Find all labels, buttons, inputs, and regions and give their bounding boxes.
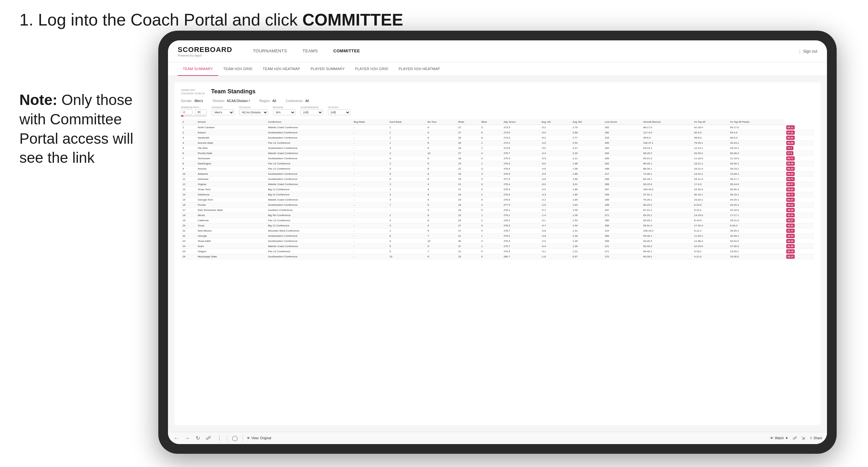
toolbar-reload-btn[interactable]: ↻: [195, 434, 201, 442]
toolbar-icon-2[interactable]: ⇲: [802, 436, 805, 440]
school-name-cell: California: [196, 218, 267, 223]
min-rounds-input-1[interactable]: [181, 110, 192, 115]
low-score-cell: 217: [603, 172, 642, 177]
view-original-button[interactable]: 👁 View: Original: [247, 436, 271, 440]
min-rounds-slider[interactable]: [181, 115, 207, 117]
rank-cell: 23: [181, 239, 196, 244]
avg-rd-cell: 1.39: [571, 244, 603, 249]
top50-cell: 67.9: [785, 151, 814, 156]
toolbar-clock-btn[interactable]: ◯: [231, 434, 239, 442]
school-name-cell: Washington: [196, 161, 267, 166]
school-control: School (All): [328, 106, 350, 115]
conference-cell: Atlantic Coast Conference: [267, 244, 352, 249]
vs25-cell: 44-24-1: [728, 197, 785, 203]
watch-button[interactable]: 👁 Watch ▼: [770, 436, 788, 440]
adj-score-cell: 275.3: [502, 156, 540, 161]
adj-score-cell: 276.9: [502, 172, 540, 177]
conf-rank-cell: 1: [388, 125, 426, 130]
school-select[interactable]: (All): [328, 110, 350, 115]
sign-out-button[interactable]: Sign out: [803, 49, 817, 54]
sub-nav-team-summary[interactable]: TEAM SUMMARY: [178, 62, 218, 76]
top50-cell: 46.06: [785, 208, 814, 213]
low-rd-cell: 80-25.2: [642, 203, 692, 208]
no-tour-cell: 8: [426, 161, 457, 166]
overall-cell: 9-19-1: [692, 249, 728, 254]
reg-rank-cell: -: [352, 239, 388, 244]
rnds-cell: 30: [457, 239, 479, 244]
reg-rank-cell: -: [352, 228, 388, 234]
reg-rank-cell: -: [352, 244, 388, 249]
conference-cell: Southeastern Conference: [267, 135, 352, 141]
gender-select[interactable]: Men's Women's: [212, 110, 234, 115]
adj-score-cell: 279.1: [502, 213, 540, 218]
avg-rd-cell: 2.70: [571, 125, 603, 130]
low-rd-cell: 88-17.0: [642, 125, 692, 130]
region-select[interactable]: N/A All: [273, 110, 296, 115]
avg-rd-cell: 1.53: [571, 218, 603, 223]
share-label: Share: [813, 436, 822, 440]
sub-nav-player-h2h-heatmap[interactable]: PLAYER H2H HEATMAP: [394, 62, 445, 76]
col-vs25: Vs Top 25: [692, 119, 728, 125]
gender-filter: Gender: Men's: [181, 99, 203, 103]
col-wins: Wins: [480, 119, 502, 125]
division-select[interactable]: NCAA Division I NCAA Division II: [239, 110, 268, 115]
table-row: 22 Georgia Southeastern Conference - 8 7…: [181, 234, 814, 239]
watch-label: Watch: [775, 436, 784, 440]
wins-cell: 1: [480, 141, 502, 146]
top50-cell: 48.02: [785, 203, 814, 208]
sub-nav-player-summary[interactable]: PLAYER SUMMARY: [305, 62, 350, 76]
note-area: Note: Only those with Committee Portal a…: [20, 90, 139, 167]
low-score-cell: 267: [603, 187, 642, 192]
toolbar-bookmark-btn[interactable]: ☍: [205, 434, 212, 442]
step-text-before: Log into the Coach Portal and click: [38, 10, 302, 29]
sub-nav-team-h2h-grid[interactable]: TEAM H2H GRID: [218, 62, 257, 76]
table-row: 18 Illinois Big Ten Conference - 1 8 23 …: [181, 213, 814, 218]
logo-powered: Powered by clippd: [178, 54, 232, 57]
conf-rank-cell: 7: [388, 203, 426, 208]
no-tour-cell: 8: [426, 213, 457, 218]
standings-table: # School Conference Reg Rank Conf Rank N…: [181, 119, 814, 259]
min-rounds-input-2[interactable]: [195, 110, 207, 115]
rank-cell: 17: [181, 208, 196, 213]
toolbar-icon-1[interactable]: ☍: [793, 436, 797, 440]
share-button[interactable]: ⇧ Share: [809, 436, 822, 440]
col-conf-rank: Conf Rank: [388, 119, 426, 125]
adj-score-cell: 278.7: [502, 228, 540, 234]
rnds-cell: 26: [457, 141, 479, 146]
low-rd-cell: 95-6.0: [642, 135, 692, 141]
sign-out-divider: |: [799, 49, 801, 54]
low-score-cell: 215: [603, 228, 642, 234]
sub-nav-team-h2h-heatmap[interactable]: TEAM H2H HEATMAP: [257, 62, 305, 76]
no-tour-cell: 10: [426, 151, 457, 156]
toolbar-forward-btn[interactable]: →: [184, 434, 191, 442]
toolbar-share-small-btn[interactable]: ⋮: [216, 434, 223, 442]
toolbar-back-btn[interactable]: ←: [173, 434, 180, 442]
no-tour-cell: 8: [426, 172, 457, 177]
reg-rank-cell: -: [352, 146, 388, 151]
conf-rank-cell: 1: [388, 141, 426, 146]
table-row: 17 East Tennessee State Southern Confere…: [181, 208, 814, 213]
low-rd-cell: 92-40.3: [642, 239, 692, 244]
instruction-area: 1. Log into the Coach Portal and click C…: [20, 10, 848, 30]
nav-committee[interactable]: COMMITTEE: [326, 40, 368, 62]
adj-score-cell: 278.9: [502, 223, 540, 228]
rnds-cell: 24: [457, 203, 479, 208]
vs25-cell: 29-15-1: [728, 146, 785, 151]
conference-select[interactable]: (All): [301, 110, 323, 115]
vs25-cell: 11-19-0: [728, 156, 785, 161]
low-rd-cell: 72-30-1: [642, 172, 692, 177]
sg-cell: -1.4: [540, 213, 571, 218]
sub-nav-player-h2h-grid[interactable]: PLAYER H2H GRID: [350, 62, 394, 76]
toolbar-divider-2: [243, 435, 243, 441]
top50-cell: 48.27: [785, 218, 814, 223]
nav-teams[interactable]: TEAMS: [295, 40, 326, 62]
rnds-cell: 24: [457, 192, 479, 197]
overall-cell: 11-19-0: [692, 156, 728, 161]
vs25-cell: 10-30.0: [728, 254, 785, 259]
low-score-cell: 267: [603, 208, 642, 213]
low-rd-cell: 96-29.2: [642, 151, 692, 156]
table-row: 11 Arkansas Southeastern Conference - 6 …: [181, 177, 814, 182]
nav-tournaments[interactable]: TOURNAMENTS: [245, 40, 295, 62]
vs25-cell: 37-30.0: [728, 244, 785, 249]
low-rd-cell: 86-26.1: [642, 166, 692, 172]
